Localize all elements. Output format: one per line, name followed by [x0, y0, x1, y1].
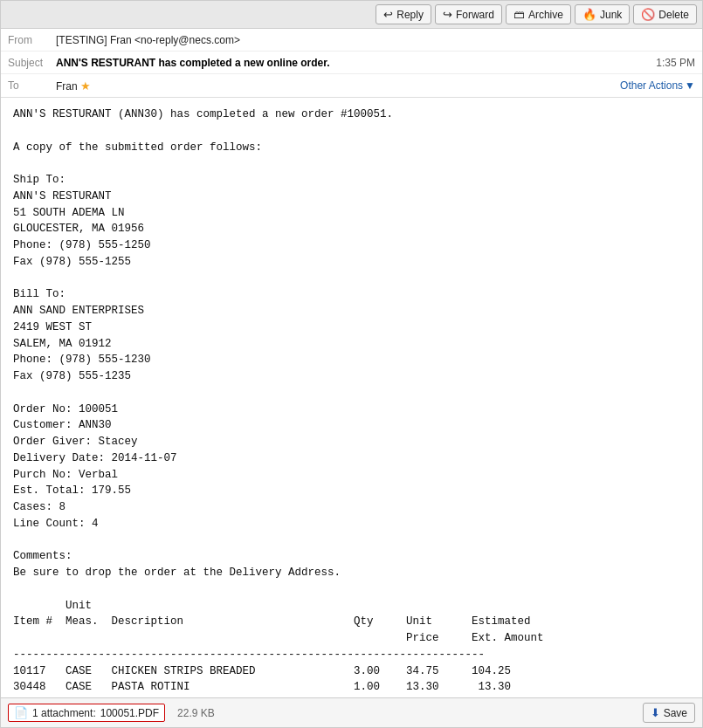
- email-body-text: ANN'S RESTURANT (ANN30) has completed a …: [13, 106, 690, 697]
- junk-label: Junk: [600, 9, 622, 21]
- forward-label: Forward: [456, 9, 494, 21]
- other-actions-button[interactable]: Other Actions ▼: [620, 79, 695, 92]
- subject-row: Subject ANN'S RESTURANT has completed a …: [1, 52, 702, 74]
- toolbar: ↩ Reply ↪ Forward 🗃 Archive 🔥 Junk 🚫 Del…: [1, 1, 702, 29]
- from-row: From [TESTING] Fran <no-reply@necs.com>: [1, 29, 702, 52]
- attachment-bar: 📄 1 attachment: 100051.PDF 22.9 KB ⬇ Sav…: [1, 697, 702, 727]
- to-label: To: [8, 79, 56, 92]
- attachment-size: 22.9 KB: [177, 707, 215, 719]
- delete-icon: 🚫: [641, 8, 655, 21]
- reply-icon: ↩: [383, 8, 393, 21]
- email-body-wrapper: ANN'S RESTURANT (ANN30) has completed a …: [1, 98, 702, 697]
- to-name: Fran: [56, 80, 78, 93]
- email-body[interactable]: ANN'S RESTURANT (ANN30) has completed a …: [1, 98, 702, 697]
- subject-value: ANN'S RESTURANT has completed a new onli…: [56, 57, 656, 69]
- forward-icon: ↪: [443, 8, 452, 21]
- to-value: Fran ★: [56, 79, 620, 93]
- archive-label: Archive: [528, 9, 563, 21]
- other-actions-chevron-icon: ▼: [685, 79, 695, 92]
- attachment-count: 1 attachment:: [32, 707, 96, 719]
- forward-button[interactable]: ↪ Forward: [435, 4, 502, 24]
- email-time: 1:35 PM: [656, 57, 695, 69]
- from-label: From: [8, 34, 56, 46]
- archive-button[interactable]: 🗃 Archive: [506, 4, 571, 24]
- attachment-pdf-icon: 📄: [14, 706, 28, 719]
- archive-icon: 🗃: [513, 8, 525, 21]
- junk-button[interactable]: 🔥 Junk: [575, 4, 630, 24]
- delete-label: Delete: [658, 9, 689, 21]
- subject-label: Subject: [8, 57, 56, 69]
- star-icon: ★: [80, 79, 91, 93]
- from-value: [TESTING] Fran <no-reply@necs.com>: [56, 34, 695, 46]
- attachment-item[interactable]: 📄 1 attachment: 100051.PDF: [8, 704, 165, 722]
- email-container: ↩ Reply ↪ Forward 🗃 Archive 🔥 Junk 🚫 Del…: [0, 0, 703, 728]
- save-button[interactable]: ⬇ Save: [643, 703, 695, 723]
- email-header: From [TESTING] Fran <no-reply@necs.com> …: [1, 29, 702, 98]
- to-row: To Fran ★ Other Actions ▼: [1, 74, 702, 97]
- attachment-filename: 100051.PDF: [100, 707, 159, 719]
- reply-button[interactable]: ↩ Reply: [376, 4, 431, 24]
- junk-icon: 🔥: [582, 8, 596, 21]
- delete-button[interactable]: 🚫 Delete: [633, 4, 697, 24]
- other-actions-label: Other Actions: [620, 79, 683, 92]
- save-icon: ⬇: [651, 706, 660, 719]
- reply-label: Reply: [396, 9, 424, 21]
- save-label: Save: [664, 707, 687, 719]
